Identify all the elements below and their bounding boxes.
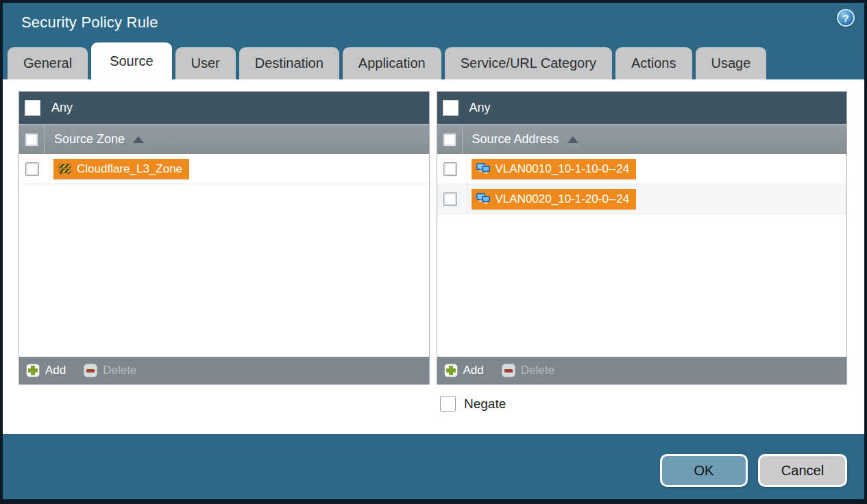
source-address-any-label: Any [469,101,491,115]
row-checkbox[interactable] [443,192,457,206]
row-checkbox-cell [437,154,467,184]
tab-destination[interactable]: Destination [239,47,339,79]
table-row[interactable]: Cloudflare_L3_Zone [19,154,429,184]
source-zone-any-label: Any [51,101,73,115]
negate-checkbox[interactable] [440,396,456,412]
row-checkbox-cell [19,154,49,184]
add-button[interactable]: Add [26,364,66,377]
row-checkbox[interactable] [25,162,39,176]
tab-actions[interactable]: Actions [615,47,692,79]
panels-container: Any Source Zone [19,91,847,385]
source-address-any-header: Any [437,92,847,124]
tab-bar: General Source User Destination Applicat… [3,42,864,79]
delete-label: Delete [103,364,136,377]
negate-label: Negate [464,396,506,412]
tab-service-url-category[interactable]: Service/URL Category [445,47,612,79]
delete-button[interactable]: Delete [502,364,554,377]
address-tag[interactable]: VLAN0020_10-1-20-0--24 [472,189,637,210]
source-tab-content: Any Source Zone [3,79,864,434]
source-zone-select-all-checkbox[interactable] [25,133,38,147]
source-zone-panel: Any Source Zone [19,91,430,385]
title-bar: Security Policy Rule ? [3,3,864,42]
address-tag[interactable]: VLAN0010_10-1-10-0--24 [472,159,637,179]
source-address-rows: VLAN0010_10-1-10-0--24 [437,154,847,357]
source-zone-any-checkbox[interactable] [25,100,40,116]
source-zone-column-header[interactable]: Source Zone [19,124,429,154]
network-address-icon [476,163,490,175]
add-button[interactable]: Add [444,364,484,377]
sort-ascending-icon [567,136,578,143]
source-address-any-checkbox[interactable] [443,100,459,116]
dialog-title: Security Policy Rule [21,14,158,32]
row-checkbox[interactable] [443,162,457,176]
address-name: VLAN0020_10-1-20-0--24 [496,192,630,206]
delete-button[interactable]: Delete [84,364,136,377]
column-separator [44,125,45,154]
source-zone-footer: Add Delete [19,357,429,384]
source-zone-rows: Cloudflare_L3_Zone [19,154,429,357]
row-checkbox-cell [437,184,467,214]
column-separator [462,125,463,154]
delete-label: Delete [521,364,554,377]
minus-icon [84,364,97,377]
source-address-panel: Any Source Address [437,91,848,385]
add-label: Add [45,364,66,377]
sort-ascending-icon [133,136,144,143]
cancel-button[interactable]: Cancel [758,454,847,487]
address-name: VLAN0010_10-1-10-0--24 [496,162,630,176]
security-policy-rule-dialog: Security Policy Rule ? General Source Us… [0,0,867,504]
table-row[interactable]: VLAN0020_10-1-20-0--24 [437,184,847,214]
source-zone-any-header: Any [19,92,429,124]
source-address-footer: Add Delete [437,357,847,384]
plus-icon [26,364,40,377]
tab-user[interactable]: User [175,47,236,79]
tab-general[interactable]: General [8,47,88,79]
ok-button[interactable]: OK [660,454,748,487]
table-row[interactable]: VLAN0010_10-1-10-0--24 [437,154,847,184]
zone-icon [58,164,71,175]
source-address-column-label: Source Address [472,132,559,147]
help-icon[interactable]: ? [837,9,855,27]
source-address-select-all-checkbox[interactable] [443,133,456,147]
source-zone-column-label: Source Zone [54,132,125,147]
tab-application[interactable]: Application [343,47,441,79]
zone-tag[interactable]: Cloudflare_L3_Zone [53,159,189,179]
minus-icon [502,364,515,377]
negate-row: Negate [440,396,847,412]
zone-name: Cloudflare_L3_Zone [77,162,182,176]
add-label: Add [463,364,484,377]
tab-usage[interactable]: Usage [696,47,767,79]
network-address-icon [476,193,490,205]
dialog-footer: OK Cancel [3,434,864,499]
tab-source[interactable]: Source [91,42,171,79]
plus-icon [444,364,458,377]
source-address-column-header[interactable]: Source Address [437,124,847,154]
